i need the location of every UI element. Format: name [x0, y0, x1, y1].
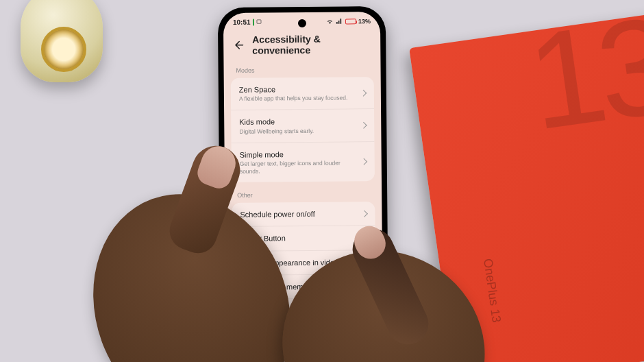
modes-card: Zen Space A flexible app that helps you … — [231, 77, 375, 182]
row-title: Power Button — [240, 233, 357, 244]
signal-icon — [336, 17, 343, 25]
chevron-right-icon — [361, 210, 368, 217]
row-kids-mode[interactable]: Kids mode Digital Wellbeing starts early… — [231, 108, 374, 142]
product-box: 13 OnePlus 13 — [409, 10, 644, 362]
page-title: Accessibility & convenience — [252, 33, 371, 56]
battery-icon — [345, 19, 356, 24]
phone-frame: 10:51 13% Accessibility & convenience Mo… — [218, 6, 388, 357]
row-subtitle: A flexible app that helps you stay focus… — [239, 95, 356, 104]
decorative-clock — [21, 0, 103, 82]
row-title: Simple mode — [240, 149, 356, 160]
other-card: Schedule power on/off Power Button Retou… — [232, 202, 376, 339]
row-title: Kids mode — [239, 117, 356, 128]
camera-hole — [297, 19, 306, 27]
row-title: Retouch appearance in video calls — [240, 257, 357, 268]
battery-percent: 13% — [358, 18, 371, 25]
phone-screen: 10:51 13% Accessibility & convenience Mo… — [223, 12, 383, 352]
section-label-modes: Modes — [224, 63, 381, 78]
row-subtitle: Digital Wellbeing starts early. — [239, 127, 356, 136]
status-time: 10:51 — [233, 19, 251, 26]
chevron-right-icon — [360, 89, 367, 96]
row-recent-tasks[interactable]: Recent tasks memory — [232, 274, 375, 299]
row-schedule-power[interactable]: Schedule power on/off — [232, 202, 375, 226]
status-app-indicator — [252, 19, 253, 25]
product-brand: OnePlus 13 — [480, 258, 504, 324]
row-zen-space[interactable]: Zen Space A flexible app that helps you … — [231, 77, 374, 110]
row-otg[interactable]: OTG connection Get better compatibility … — [232, 298, 376, 339]
svg-rect-0 — [256, 20, 260, 23]
nav-recents-icon[interactable] — [269, 346, 278, 347]
nav-back-icon[interactable] — [332, 346, 341, 347]
section-label-other: Other — [225, 188, 382, 203]
row-title: Recent tasks memory — [240, 281, 357, 292]
nav-bar — [226, 345, 383, 348]
row-simple-mode[interactable]: Simple mode Get larger text, bigger icon… — [231, 141, 375, 182]
chevron-right-icon — [360, 122, 367, 129]
row-subtitle: Get better compatibility with peripheral… — [241, 316, 368, 333]
chevron-right-icon — [360, 158, 367, 165]
row-title: Schedule power on/off — [240, 208, 356, 219]
back-icon[interactable] — [233, 39, 245, 51]
cast-icon — [256, 19, 261, 25]
row-title: OTG connection — [241, 305, 368, 316]
nav-home-icon[interactable] — [300, 346, 310, 347]
row-title: Zen Space — [239, 84, 356, 95]
wifi-icon — [326, 18, 334, 25]
product-number: 13 — [519, 0, 644, 161]
page-header: Accessibility & convenience — [223, 27, 380, 64]
row-subtitle: Get larger text, bigger icons and louder… — [240, 159, 356, 176]
